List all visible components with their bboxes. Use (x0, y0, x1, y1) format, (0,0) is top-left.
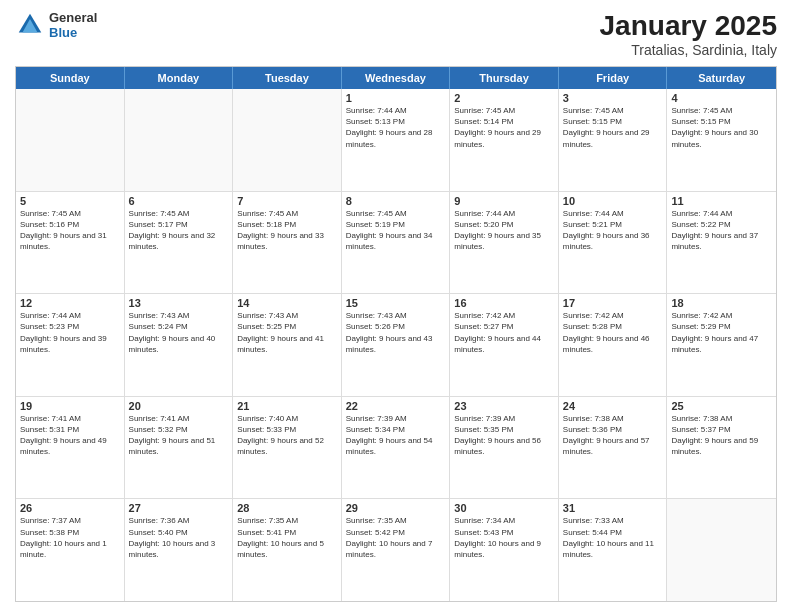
cell-info: Sunrise: 7:45 AMSunset: 5:17 PMDaylight:… (129, 208, 229, 253)
cell-info: Sunrise: 7:40 AMSunset: 5:33 PMDaylight:… (237, 413, 337, 458)
cal-cell-empty-0-2 (233, 89, 342, 191)
day-number: 11 (671, 195, 772, 207)
cell-info: Sunrise: 7:44 AMSunset: 5:20 PMDaylight:… (454, 208, 554, 253)
cal-cell-4: 4Sunrise: 7:45 AMSunset: 5:15 PMDaylight… (667, 89, 776, 191)
cell-info: Sunrise: 7:45 AMSunset: 5:15 PMDaylight:… (563, 105, 663, 150)
subtitle: Tratalias, Sardinia, Italy (600, 42, 777, 58)
cal-cell-3: 3Sunrise: 7:45 AMSunset: 5:15 PMDaylight… (559, 89, 668, 191)
day-number: 29 (346, 502, 446, 514)
cal-header-friday: Friday (559, 67, 668, 89)
cal-cell-24: 24Sunrise: 7:38 AMSunset: 5:36 PMDayligh… (559, 397, 668, 499)
day-number: 14 (237, 297, 337, 309)
cal-cell-19: 19Sunrise: 7:41 AMSunset: 5:31 PMDayligh… (16, 397, 125, 499)
cal-cell-15: 15Sunrise: 7:43 AMSunset: 5:26 PMDayligh… (342, 294, 451, 396)
cell-info: Sunrise: 7:44 AMSunset: 5:21 PMDaylight:… (563, 208, 663, 253)
day-number: 12 (20, 297, 120, 309)
logo-blue: Blue (49, 25, 97, 40)
day-number: 9 (454, 195, 554, 207)
cell-info: Sunrise: 7:44 AMSunset: 5:22 PMDaylight:… (671, 208, 772, 253)
cal-cell-14: 14Sunrise: 7:43 AMSunset: 5:25 PMDayligh… (233, 294, 342, 396)
cell-info: Sunrise: 7:44 AMSunset: 5:23 PMDaylight:… (20, 310, 120, 355)
cal-cell-29: 29Sunrise: 7:35 AMSunset: 5:42 PMDayligh… (342, 499, 451, 601)
cell-info: Sunrise: 7:42 AMSunset: 5:29 PMDaylight:… (671, 310, 772, 355)
cell-info: Sunrise: 7:45 AMSunset: 5:19 PMDaylight:… (346, 208, 446, 253)
cell-info: Sunrise: 7:41 AMSunset: 5:31 PMDaylight:… (20, 413, 120, 458)
cell-info: Sunrise: 7:42 AMSunset: 5:28 PMDaylight:… (563, 310, 663, 355)
day-number: 23 (454, 400, 554, 412)
logo-text: General Blue (49, 10, 97, 40)
cal-cell-26: 26Sunrise: 7:37 AMSunset: 5:38 PMDayligh… (16, 499, 125, 601)
day-number: 25 (671, 400, 772, 412)
cell-info: Sunrise: 7:38 AMSunset: 5:37 PMDaylight:… (671, 413, 772, 458)
cal-header-saturday: Saturday (667, 67, 776, 89)
cal-cell-5: 5Sunrise: 7:45 AMSunset: 5:16 PMDaylight… (16, 192, 125, 294)
logo-icon (15, 10, 45, 40)
cal-cell-27: 27Sunrise: 7:36 AMSunset: 5:40 PMDayligh… (125, 499, 234, 601)
cell-info: Sunrise: 7:36 AMSunset: 5:40 PMDaylight:… (129, 515, 229, 560)
calendar-body: 1Sunrise: 7:44 AMSunset: 5:13 PMDaylight… (16, 89, 776, 601)
cell-info: Sunrise: 7:45 AMSunset: 5:18 PMDaylight:… (237, 208, 337, 253)
day-number: 6 (129, 195, 229, 207)
cal-cell-empty-0-0 (16, 89, 125, 191)
calendar-header-row: SundayMondayTuesdayWednesdayThursdayFrid… (16, 67, 776, 89)
day-number: 13 (129, 297, 229, 309)
day-number: 3 (563, 92, 663, 104)
day-number: 15 (346, 297, 446, 309)
cal-cell-23: 23Sunrise: 7:39 AMSunset: 5:35 PMDayligh… (450, 397, 559, 499)
cal-cell-22: 22Sunrise: 7:39 AMSunset: 5:34 PMDayligh… (342, 397, 451, 499)
day-number: 2 (454, 92, 554, 104)
cell-info: Sunrise: 7:41 AMSunset: 5:32 PMDaylight:… (129, 413, 229, 458)
day-number: 28 (237, 502, 337, 514)
day-number: 7 (237, 195, 337, 207)
logo-general: General (49, 10, 97, 25)
day-number: 22 (346, 400, 446, 412)
cal-cell-17: 17Sunrise: 7:42 AMSunset: 5:28 PMDayligh… (559, 294, 668, 396)
cell-info: Sunrise: 7:45 AMSunset: 5:16 PMDaylight:… (20, 208, 120, 253)
cal-cell-13: 13Sunrise: 7:43 AMSunset: 5:24 PMDayligh… (125, 294, 234, 396)
day-number: 26 (20, 502, 120, 514)
day-number: 21 (237, 400, 337, 412)
cal-cell-2: 2Sunrise: 7:45 AMSunset: 5:14 PMDaylight… (450, 89, 559, 191)
day-number: 24 (563, 400, 663, 412)
cal-row-1: 5Sunrise: 7:45 AMSunset: 5:16 PMDaylight… (16, 192, 776, 295)
cell-info: Sunrise: 7:35 AMSunset: 5:41 PMDaylight:… (237, 515, 337, 560)
cal-cell-21: 21Sunrise: 7:40 AMSunset: 5:33 PMDayligh… (233, 397, 342, 499)
cell-info: Sunrise: 7:38 AMSunset: 5:36 PMDaylight:… (563, 413, 663, 458)
title-block: January 2025 Tratalias, Sardinia, Italy (600, 10, 777, 58)
cal-header-monday: Monday (125, 67, 234, 89)
day-number: 31 (563, 502, 663, 514)
cal-cell-6: 6Sunrise: 7:45 AMSunset: 5:17 PMDaylight… (125, 192, 234, 294)
day-number: 4 (671, 92, 772, 104)
day-number: 10 (563, 195, 663, 207)
day-number: 17 (563, 297, 663, 309)
cal-cell-empty-0-1 (125, 89, 234, 191)
day-number: 8 (346, 195, 446, 207)
cell-info: Sunrise: 7:34 AMSunset: 5:43 PMDaylight:… (454, 515, 554, 560)
cal-cell-25: 25Sunrise: 7:38 AMSunset: 5:37 PMDayligh… (667, 397, 776, 499)
day-number: 16 (454, 297, 554, 309)
day-number: 5 (20, 195, 120, 207)
cal-cell-9: 9Sunrise: 7:44 AMSunset: 5:20 PMDaylight… (450, 192, 559, 294)
cell-info: Sunrise: 7:33 AMSunset: 5:44 PMDaylight:… (563, 515, 663, 560)
header: General Blue January 2025 Tratalias, Sar… (15, 10, 777, 58)
calendar: SundayMondayTuesdayWednesdayThursdayFrid… (15, 66, 777, 602)
cal-cell-12: 12Sunrise: 7:44 AMSunset: 5:23 PMDayligh… (16, 294, 125, 396)
logo: General Blue (15, 10, 97, 40)
cell-info: Sunrise: 7:37 AMSunset: 5:38 PMDaylight:… (20, 515, 120, 560)
cal-cell-28: 28Sunrise: 7:35 AMSunset: 5:41 PMDayligh… (233, 499, 342, 601)
day-number: 27 (129, 502, 229, 514)
cal-row-0: 1Sunrise: 7:44 AMSunset: 5:13 PMDaylight… (16, 89, 776, 192)
cal-header-wednesday: Wednesday (342, 67, 451, 89)
cell-info: Sunrise: 7:43 AMSunset: 5:25 PMDaylight:… (237, 310, 337, 355)
cal-row-4: 26Sunrise: 7:37 AMSunset: 5:38 PMDayligh… (16, 499, 776, 601)
cal-row-2: 12Sunrise: 7:44 AMSunset: 5:23 PMDayligh… (16, 294, 776, 397)
cal-cell-16: 16Sunrise: 7:42 AMSunset: 5:27 PMDayligh… (450, 294, 559, 396)
cell-info: Sunrise: 7:35 AMSunset: 5:42 PMDaylight:… (346, 515, 446, 560)
cal-header-sunday: Sunday (16, 67, 125, 89)
page: General Blue January 2025 Tratalias, Sar… (0, 0, 792, 612)
cell-info: Sunrise: 7:44 AMSunset: 5:13 PMDaylight:… (346, 105, 446, 150)
day-number: 19 (20, 400, 120, 412)
cal-cell-10: 10Sunrise: 7:44 AMSunset: 5:21 PMDayligh… (559, 192, 668, 294)
day-number: 18 (671, 297, 772, 309)
cal-header-thursday: Thursday (450, 67, 559, 89)
